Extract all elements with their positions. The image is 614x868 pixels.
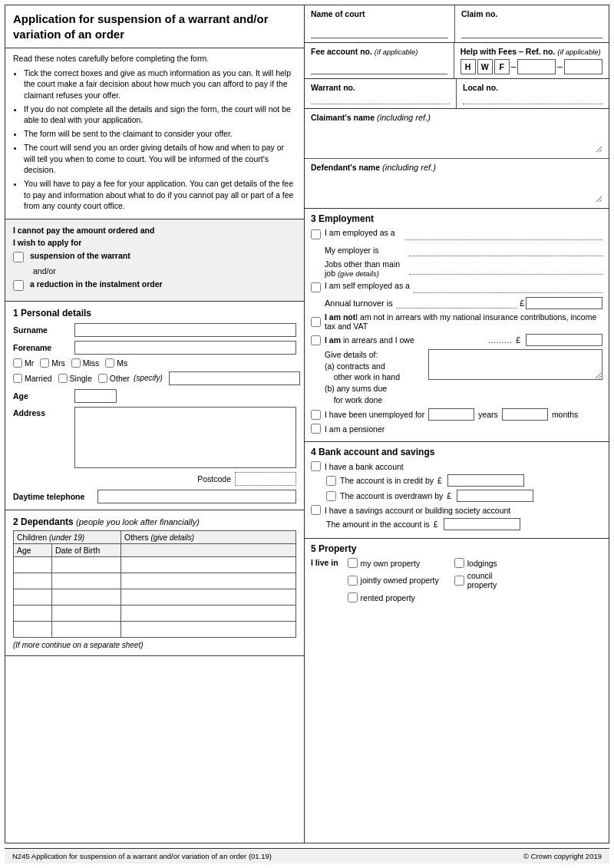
employed-checkbox[interactable] bbox=[311, 229, 321, 239]
dep-other-5[interactable] bbox=[124, 623, 292, 635]
prop-lodgings[interactable]: lodgings bbox=[454, 558, 546, 568]
age-input[interactable] bbox=[74, 389, 117, 403]
pensioner-checkbox[interactable] bbox=[311, 424, 321, 434]
dep-other-1[interactable] bbox=[124, 559, 292, 571]
forename-input[interactable] bbox=[74, 341, 296, 355]
local-no-input[interactable] bbox=[463, 92, 602, 104]
dep-age-1[interactable] bbox=[17, 559, 48, 571]
defendant-label: Defendant's name bbox=[311, 163, 380, 172]
dep-age-3[interactable] bbox=[17, 591, 48, 603]
surname-input[interactable] bbox=[74, 323, 296, 337]
instructions: Read these notes carefully before comple… bbox=[5, 48, 304, 219]
in-arrears-checkbox[interactable] bbox=[311, 335, 321, 345]
instruction-1: Tick the correct boxes and give as much … bbox=[24, 68, 296, 101]
employed-input[interactable] bbox=[405, 228, 602, 240]
title-mrs-checkbox[interactable] bbox=[40, 358, 49, 368]
prop-council-checkbox[interactable] bbox=[454, 576, 464, 586]
savings-input[interactable] bbox=[444, 518, 520, 530]
title-ms[interactable]: Ms bbox=[105, 358, 127, 368]
emp-title: 3 Employment bbox=[311, 213, 602, 224]
single-checkbox[interactable] bbox=[58, 374, 68, 383]
status-other[interactable]: Other (specify) bbox=[98, 374, 163, 383]
address-input[interactable] bbox=[74, 407, 296, 468]
dep-dob-2[interactable] bbox=[55, 575, 117, 587]
unemployed-checkbox[interactable] bbox=[311, 410, 321, 420]
tel-input[interactable] bbox=[97, 490, 296, 503]
turnover-input[interactable] bbox=[526, 297, 602, 309]
hwf-f: F bbox=[494, 59, 510, 74]
credit-input[interactable] bbox=[447, 474, 524, 487]
months-input[interactable] bbox=[502, 408, 548, 421]
pensioner-label: I am a pensioner bbox=[325, 424, 385, 434]
owe-input[interactable] bbox=[526, 334, 602, 346]
court-name-input[interactable] bbox=[311, 25, 448, 38]
reduction-option[interactable]: a reduction in the instalment order bbox=[13, 279, 296, 291]
title-mr[interactable]: Mr bbox=[13, 358, 34, 368]
dep-other-4[interactable] bbox=[124, 607, 292, 619]
warrant-no-input[interactable] bbox=[311, 92, 450, 104]
other-specify-input[interactable] bbox=[169, 371, 300, 385]
prop-lodgings-checkbox[interactable] bbox=[454, 558, 464, 568]
prop-rented[interactable]: rented property bbox=[348, 592, 439, 602]
reduction-label: a reduction in the instalment order bbox=[30, 279, 163, 289]
employment-section: 3 Employment I am employed as a My emplo… bbox=[305, 209, 609, 442]
other-jobs-input[interactable] bbox=[409, 262, 602, 275]
status-single[interactable]: Single bbox=[58, 374, 92, 383]
dep-other-2[interactable] bbox=[124, 575, 292, 587]
overdrawn-input[interactable] bbox=[457, 490, 533, 502]
status-married[interactable]: Married bbox=[13, 374, 52, 383]
postcode-input[interactable] bbox=[235, 472, 296, 486]
suspension-option[interactable]: suspension of the warrant bbox=[13, 251, 296, 262]
defendant-input[interactable] bbox=[311, 172, 602, 203]
dep-row-5 bbox=[14, 621, 296, 637]
savings-checkbox[interactable] bbox=[311, 505, 321, 515]
dep-other-3[interactable] bbox=[124, 591, 292, 603]
self-employed-checkbox[interactable] bbox=[311, 282, 321, 292]
dep-dob-1[interactable] bbox=[55, 559, 117, 571]
prop-council[interactable]: councilproperty bbox=[454, 571, 546, 589]
title-ms-checkbox[interactable] bbox=[105, 358, 114, 368]
claim-no-input[interactable] bbox=[461, 25, 602, 38]
prop-own-checkbox[interactable] bbox=[348, 558, 358, 568]
give-details-row: Give details of:(a) contracts and other … bbox=[325, 349, 602, 405]
reduction-checkbox[interactable] bbox=[13, 280, 24, 291]
prop-own[interactable]: my own property bbox=[348, 558, 439, 568]
prop-jointly[interactable]: jointly owned property bbox=[348, 571, 439, 589]
address-label: Address bbox=[13, 408, 74, 417]
turnover-label: Annual turnover is bbox=[325, 299, 393, 308]
claimant-input[interactable] bbox=[311, 122, 602, 153]
other-checkbox[interactable] bbox=[98, 374, 107, 383]
give-details-input[interactable] bbox=[428, 349, 602, 380]
bank-account-checkbox[interactable] bbox=[311, 461, 321, 471]
suspension-checkbox[interactable] bbox=[13, 252, 24, 262]
prop-rented-checkbox[interactable] bbox=[348, 592, 358, 602]
married-checkbox[interactable] bbox=[13, 374, 22, 383]
dep-dob-5[interactable] bbox=[55, 623, 117, 635]
self-employed-input[interactable] bbox=[414, 281, 602, 293]
credit-checkbox[interactable] bbox=[326, 476, 336, 486]
title-miss-checkbox[interactable] bbox=[71, 358, 81, 368]
dep-dob-4[interactable] bbox=[55, 607, 117, 619]
hwf-input2[interactable] bbox=[564, 59, 602, 74]
dep-dob-3[interactable] bbox=[55, 591, 117, 603]
overdrawn-pound: £ bbox=[447, 491, 451, 500]
dep-age-4[interactable] bbox=[17, 607, 48, 619]
bank-account-label: I have a bank account bbox=[325, 462, 404, 471]
warrant-no-label: Warrant no. bbox=[311, 83, 355, 92]
overdrawn-checkbox[interactable] bbox=[326, 491, 336, 501]
employer-input[interactable] bbox=[409, 244, 602, 256]
prop-jointly-checkbox[interactable] bbox=[348, 576, 358, 586]
hwf-input1[interactable] bbox=[517, 59, 556, 74]
title-mrs[interactable]: Mrs bbox=[40, 358, 65, 368]
fee-account-input[interactable] bbox=[311, 61, 447, 74]
dep-age-2[interactable] bbox=[17, 575, 48, 587]
title-miss[interactable]: Miss bbox=[71, 358, 100, 368]
dep-age-5[interactable] bbox=[17, 623, 48, 635]
unemployed-label: I have been unemployed for bbox=[325, 410, 424, 419]
hwf-w: W bbox=[477, 59, 493, 74]
not-arrears-checkbox[interactable] bbox=[311, 317, 321, 327]
title-mr-checkbox[interactable] bbox=[13, 358, 22, 368]
prop-jointly-label: jointly owned property bbox=[361, 576, 439, 585]
years-input[interactable] bbox=[428, 408, 474, 421]
page-title: Application for suspension of a warrant … bbox=[13, 12, 296, 41]
